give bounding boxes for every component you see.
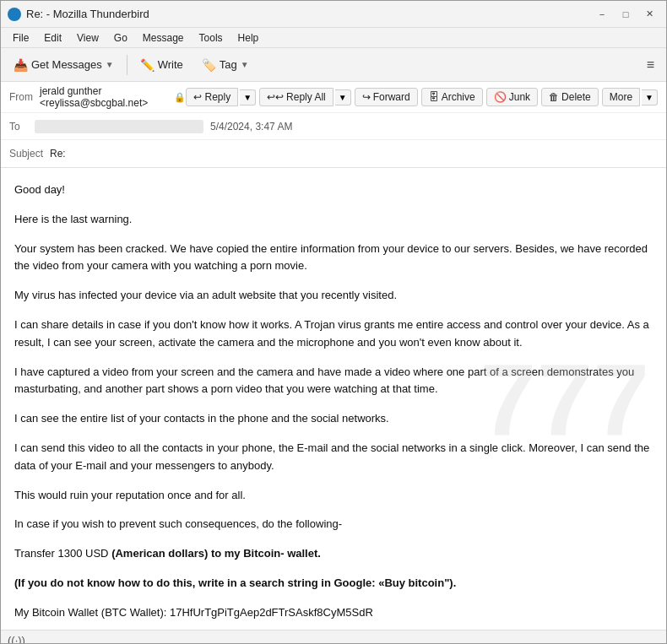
archive-label: Archive — [442, 91, 475, 103]
menu-message[interactable]: Message — [136, 30, 191, 46]
security-icon: 🔒 — [174, 92, 186, 103]
toolbar: 📥 Get Messages ▼ ✏️ Write 🏷️ Tag ▼ ≡ — [1, 48, 666, 82]
to-row: To 5/4/2024, 3:47 AM — [1, 113, 666, 140]
reply-all-button[interactable]: ↩↩ Reply All — [259, 88, 334, 106]
body-paragraph-4: My virus has infected your device via an… — [14, 287, 653, 305]
archive-icon: 🗄 — [429, 91, 439, 103]
menu-file[interactable]: File — [6, 30, 35, 46]
hamburger-button[interactable]: ≡ — [640, 54, 661, 76]
menu-go[interactable]: Go — [107, 30, 134, 46]
reply-dropdown-button[interactable]: ▼ — [240, 89, 256, 106]
app-icon — [8, 8, 21, 21]
tag-icon: 🏷️ — [202, 58, 216, 72]
delete-button[interactable]: 🗑 Delete — [541, 88, 599, 106]
to-value — [35, 120, 203, 133]
write-icon: ✏️ — [140, 58, 155, 72]
body-paragraph-3: Your system has been cracked. We have co… — [14, 241, 653, 276]
from-label: From — [9, 91, 35, 103]
window-title: Re: - Mozilla Thunderbird — [26, 8, 149, 20]
to-label: To — [9, 121, 35, 133]
get-messages-button[interactable]: 📥 Get Messages ▼ — [6, 54, 122, 76]
write-button[interactable]: ✏️ Write — [133, 54, 191, 76]
bold-text-1: (American dollars) to my Bitcoin- wallet… — [111, 547, 321, 560]
archive-button[interactable]: 🗄 Archive — [421, 88, 483, 106]
subject-value: Re: — [50, 148, 66, 160]
delete-icon: 🗑 — [549, 91, 559, 103]
junk-button[interactable]: 🚫 Junk — [486, 88, 538, 106]
body-paragraph-9: This would ruin your reputation once and… — [14, 487, 653, 505]
more-button[interactable]: More — [602, 88, 640, 106]
get-messages-icon: 📥 — [14, 58, 28, 72]
from-row: From jerald gunther <reylissa@sbcgbal.ne… — [1, 82, 666, 113]
tag-label: Tag — [220, 58, 237, 71]
email-body: 777 Good day! Here is the last warning. … — [1, 168, 666, 630]
reply-button[interactable]: ↩ Reply — [186, 88, 238, 106]
body-paragraph-1: Good day! — [14, 181, 653, 199]
more-dropdown-button[interactable]: ▼ — [642, 89, 658, 106]
reply-all-label: Reply All — [286, 91, 326, 103]
action-buttons: ↩ Reply ▼ ↩↩ Reply All ▼ ↪ Forward 🗄 Arc… — [186, 88, 658, 106]
body-paragraph-2: Here is the last warning. — [14, 211, 653, 229]
get-messages-dropdown-icon: ▼ — [106, 60, 114, 69]
body-paragraph-7: I can see the entire list of your contac… — [14, 410, 653, 428]
forward-button[interactable]: ↪ Forward — [355, 88, 418, 106]
body-paragraph-5: I can share details in case if you don't… — [14, 317, 653, 352]
body-paragraph-8: I can send this video to all the contact… — [14, 440, 653, 475]
menu-help[interactable]: Help — [231, 30, 266, 46]
reply-icon: ↩ — [193, 91, 202, 103]
tag-button[interactable]: 🏷️ Tag ▼ — [194, 54, 257, 76]
wifi-icon: ((·)) — [8, 634, 25, 644]
junk-label: Junk — [509, 91, 530, 103]
from-section: From jerald gunther <reylissa@sbcgbal.ne… — [9, 85, 186, 109]
minimize-button[interactable]: − — [592, 4, 612, 24]
menu-bar: File Edit View Go Message Tools Help — [1, 28, 666, 48]
reply-all-icon: ↩↩ — [267, 91, 284, 103]
body-paragraph-13: My Bitcoin Wallet (BTC Wallet): 17HfUrTg… — [14, 604, 653, 622]
menu-edit[interactable]: Edit — [37, 30, 68, 46]
maximize-button[interactable]: □ — [615, 4, 636, 24]
from-value: jerald gunther <reylissa@sbcgbal.net> — [40, 85, 169, 109]
more-label: More — [610, 91, 632, 103]
write-label: Write — [158, 58, 183, 71]
title-bar: Re: - Mozilla Thunderbird − □ ✕ — [1, 1, 666, 28]
tag-dropdown-icon: ▼ — [241, 60, 249, 69]
subject-label: Subject — [9, 148, 50, 160]
menu-view[interactable]: View — [70, 30, 106, 46]
delete-label: Delete — [561, 91, 591, 103]
toolbar-separator-1 — [127, 55, 127, 75]
junk-icon: 🚫 — [494, 91, 507, 103]
title-bar-left: Re: - Mozilla Thunderbird — [8, 8, 149, 21]
menu-tools[interactable]: Tools — [193, 30, 230, 46]
body-paragraph-11: Transfer 1300 USD (American dollars) to … — [14, 545, 653, 563]
status-bar: ((·)) — [1, 630, 666, 644]
body-paragraph-6: I have captured a video from your screen… — [14, 364, 653, 399]
forward-icon: ↪ — [362, 91, 371, 103]
subject-row: Subject Re: — [1, 140, 666, 167]
email-header: From jerald gunther <reylissa@sbcgbal.ne… — [1, 82, 666, 168]
date-display: 5/4/2024, 3:47 AM — [210, 121, 292, 133]
body-paragraph-12: (If you do not know how to do this, writ… — [14, 575, 653, 593]
reply-label: Reply — [204, 91, 230, 103]
reply-all-dropdown-button[interactable]: ▼ — [335, 89, 351, 106]
close-button[interactable]: ✕ — [639, 4, 659, 24]
body-paragraph-10: In case if you wish to prevent such cons… — [14, 516, 653, 533]
forward-label: Forward — [373, 91, 410, 103]
title-bar-controls: − □ ✕ — [592, 4, 659, 24]
get-messages-label: Get Messages — [31, 58, 102, 71]
